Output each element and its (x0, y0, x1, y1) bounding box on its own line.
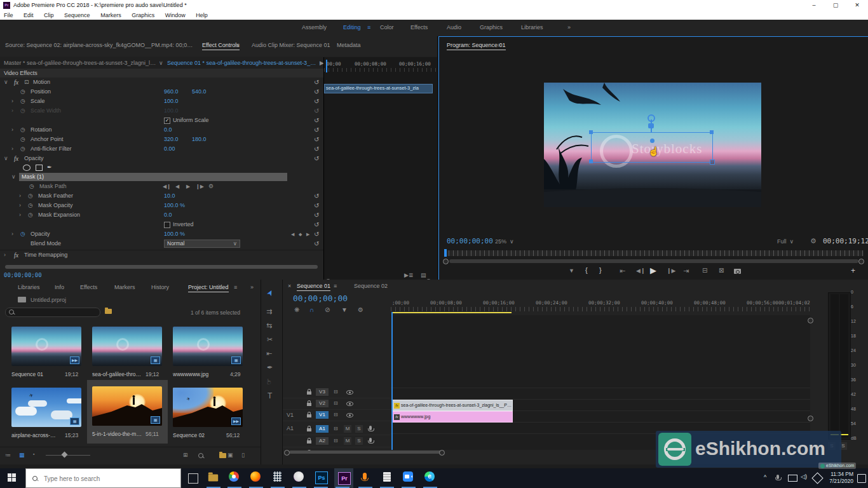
new-item-icon[interactable]: ▣ (227, 452, 233, 458)
menu-clip[interactable]: Clip (44, 12, 54, 18)
close-button[interactable]: ✕ (849, 1, 865, 10)
lock-icon[interactable] (307, 428, 311, 431)
expand-icon[interactable]: › (4, 250, 6, 260)
mask-handle-top-right[interactable] (710, 130, 714, 134)
add-marker-icon[interactable]: ▼ (569, 268, 574, 274)
thumbnail-sea-of-galilee[interactable]: ▦ (92, 327, 162, 366)
project-item-sequence02[interactable]: ✈ ▶▶ Sequence 02 56;12 (168, 383, 248, 444)
menu-help[interactable]: Help (196, 12, 208, 18)
find-icon[interactable] (198, 453, 203, 458)
reset-icon[interactable]: ↺ (314, 144, 319, 154)
timeline-scroll-handle-right[interactable] (439, 450, 445, 456)
track-output-eye-icon[interactable] (346, 413, 353, 417)
pen-tool-icon[interactable]: ✒ (267, 363, 273, 372)
track-header-v3[interactable]: V3 ⊟ (283, 387, 391, 398)
program-zoom-dropdown[interactable]: 25% ∨ (495, 238, 514, 245)
program-video-frame[interactable]: Storyblocks ☝ (544, 83, 761, 207)
menu-markers[interactable]: Markers (100, 12, 121, 18)
ec-row-inverted[interactable]: Inverted ↺ (0, 220, 323, 229)
track-v2-button[interactable]: V2 (316, 400, 329, 407)
workspace-effects[interactable]: Effects (410, 24, 428, 30)
mask-handle-bottom-right[interactable] (710, 159, 715, 165)
project-search-box[interactable] (5, 308, 100, 317)
workspace-editing[interactable]: Editing (343, 24, 361, 30)
chrome-icon[interactable] (229, 471, 241, 484)
hand-tool-icon[interactable]: ☞ (265, 379, 273, 385)
go-to-out-icon[interactable]: ⇥ (683, 267, 689, 275)
frame-back-icon[interactable]: ◀ (175, 182, 179, 191)
workspace-audio[interactable]: Audio (447, 24, 461, 30)
mask-feather-handle[interactable] (648, 123, 654, 128)
button-editor-icon[interactable]: + (851, 266, 855, 275)
scale-value[interactable]: 100.0 (164, 97, 179, 106)
start-button-icon[interactable] (8, 473, 17, 482)
maximize-button[interactable]: ▢ (827, 1, 844, 10)
reset-icon[interactable]: ↺ (314, 78, 319, 87)
tab-markers[interactable]: Markers (114, 284, 135, 290)
reset-icon[interactable]: ↺ (314, 229, 319, 239)
tray-volume-icon[interactable]: ◁) (801, 473, 807, 480)
ec-row-uniform-scale[interactable]: ✓ Uniform Scale ↺ (0, 116, 323, 125)
timeline-lanes[interactable]: fxsea-of-galilee-through-trees-at-sunset… (391, 315, 810, 450)
reset-icon[interactable]: ↺ (314, 191, 319, 201)
type-tool-icon[interactable]: T (268, 391, 272, 400)
anchor-x-value[interactable]: 320.0 (164, 135, 179, 144)
calculator-icon[interactable] (272, 471, 285, 484)
expand-icon[interactable]: › (19, 191, 21, 201)
program-zoom-handle-right[interactable] (858, 259, 864, 264)
track-v1-button[interactable]: V1 (316, 411, 329, 419)
next-keyframe-icon[interactable]: ▶ (306, 229, 309, 239)
item-name[interactable]: Sequence 02 (173, 432, 217, 438)
timeline-scroll-handle-left[interactable] (284, 450, 290, 456)
ec-label-motion[interactable]: Motion (33, 78, 50, 87)
mask-item-selected[interactable]: Mask (1) (19, 173, 287, 181)
expand-icon[interactable]: › (11, 97, 13, 106)
timeline-tab-sequence02[interactable]: Sequence 02 (354, 283, 388, 289)
menu-edit[interactable]: Edit (24, 12, 34, 18)
ec-row-scale[interactable]: › ◷ Scale 100.0 ↺ (0, 97, 323, 106)
mask-handle-top-left[interactable] (589, 130, 593, 134)
linked-selection-icon[interactable]: ⊘ (325, 306, 330, 313)
item-name[interactable]: sea-of-galilee-through-t... (92, 371, 142, 377)
ec-row-mask-feather[interactable]: › ◷ Mask Feather 10.0 ↺ (0, 191, 323, 201)
timeline-tab-sequence01[interactable]: Sequence 01 (297, 283, 330, 291)
timeline-settings-icon[interactable]: ⚙ (358, 306, 363, 313)
prev-keyframe-icon[interactable]: ◀ (291, 229, 294, 239)
workspace-overflow-icon[interactable]: » (567, 24, 571, 30)
uniform-scale-checkbox[interactable]: ✓ (164, 118, 170, 124)
track-mask-play-icon[interactable]: ▶ (186, 182, 190, 191)
pen-mask-icon[interactable]: ✒ (47, 163, 52, 172)
item-name[interactable]: wwwwwww.jpg (173, 371, 221, 377)
stopwatch-icon[interactable]: ◷ (20, 87, 25, 97)
ec-row-blend-mode[interactable]: Blend Mode Normal∨ ↺ (0, 239, 323, 248)
firefox-icon[interactable] (250, 471, 263, 484)
ellipse-mask-icon[interactable] (23, 165, 31, 171)
program-menu-icon[interactable]: ≡ (498, 42, 501, 48)
track-header-a2[interactable]: A2 ⊟ M S (283, 435, 391, 447)
timeline-timecode[interactable]: 00;00;00;00 (293, 294, 348, 303)
zoom-slider-track[interactable] (46, 455, 90, 456)
thumbnail-sequence02[interactable]: ✈ ▶▶ (173, 388, 243, 427)
tab-history[interactable]: History (151, 284, 169, 290)
thumbnail-airplane[interactable]: ✈ ▦ (11, 388, 81, 427)
mute-button[interactable]: M (344, 437, 351, 445)
track-a2-button[interactable]: A2 (316, 437, 329, 445)
tab-effect-controls[interactable]: Effect Controls (202, 42, 240, 50)
menu-graphics[interactable]: Graphics (132, 12, 154, 18)
slip-tool-icon[interactable]: ⇤ (266, 349, 272, 358)
premiere-taskbar-active[interactable]: Pr (334, 468, 353, 488)
extract-icon[interactable]: ⊠ (719, 267, 724, 274)
ec-row-motion[interactable]: ∨ fx ⊡ Motion ↺ (0, 78, 323, 87)
add-keyframe-icon[interactable]: ◆ (299, 229, 302, 239)
notification-center-icon[interactable] (857, 474, 866, 483)
tab-info[interactable]: Info (55, 284, 64, 290)
reset-icon[interactable]: ↺ (314, 154, 319, 163)
snap-icon[interactable]: ∩ (309, 306, 314, 313)
tab-project[interactable]: Project: Untitled (188, 284, 229, 292)
tab-audio-clip-mixer[interactable]: Audio Clip Mixer: Sequence 01 (252, 42, 330, 48)
reset-icon[interactable]: ↺ (314, 87, 319, 97)
lock-icon[interactable] (307, 414, 311, 417)
new-bin-icon[interactable] (219, 453, 226, 458)
ec-mini-ruler-ticks[interactable] (324, 68, 437, 72)
tray-dropbox-icon[interactable] (811, 472, 823, 484)
